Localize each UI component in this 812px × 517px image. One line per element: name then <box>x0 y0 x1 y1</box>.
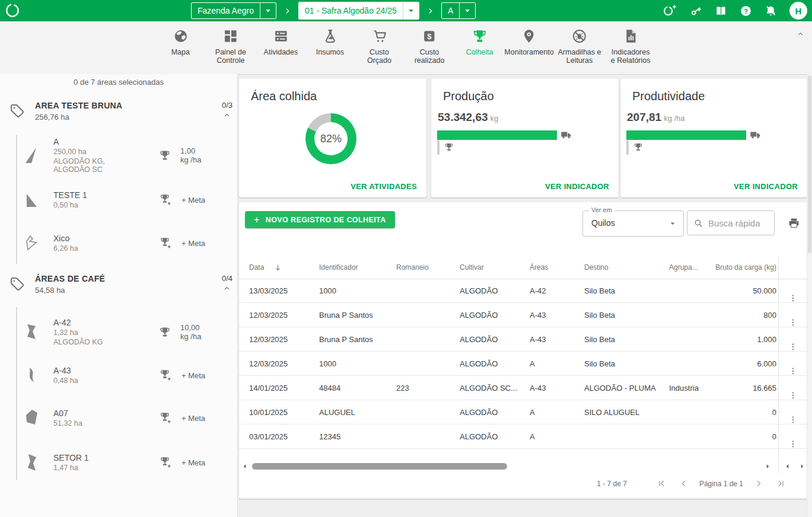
add-goal-link[interactable]: + Meta <box>181 414 205 423</box>
trophy-icon <box>472 28 488 44</box>
group-area: 54,58 ha <box>35 286 105 295</box>
previous-page-icon[interactable] <box>679 478 689 489</box>
goal-axis-tick <box>626 141 629 155</box>
first-page-icon[interactable] <box>657 478 667 489</box>
area-item-xico[interactable]: Xico 6,26 ha + Meta <box>24 230 231 256</box>
row-menu-kebab-icon[interactable] <box>778 432 807 456</box>
toolbar-item-custo-orcado[interactable]: Custo Orçado <box>358 28 400 65</box>
area-shape-icon <box>24 409 39 427</box>
aegro-app: Fazenda Aegro 01 - Safra Algodão 24/25 A <box>0 0 812 517</box>
trophy-icon <box>159 326 171 338</box>
table-row[interactable]: 10/01/2025ALUGUELALGODÃOASILO ALUGUEL0 <box>239 400 807 425</box>
add-goal-link[interactable]: + Meta <box>181 239 205 248</box>
area-item-a07[interactable]: A07 51,32 ha + Meta <box>24 405 231 431</box>
breadcrumb-plot-select[interactable]: A <box>441 2 476 19</box>
print-icon[interactable] <box>788 217 800 229</box>
sort-arrow-down-icon[interactable] <box>273 263 282 272</box>
notifications-off-icon[interactable] <box>765 5 777 17</box>
knowledge-book-icon[interactable] <box>715 5 727 17</box>
caret-down-icon[interactable] <box>403 2 419 19</box>
breadcrumb-farm-label: Fazenda Aegro <box>192 3 260 18</box>
goal-value[interactable]: 1,00 kg /ha <box>180 146 201 164</box>
column-header-destino[interactable]: Destino <box>584 263 666 272</box>
group-indent-line <box>16 307 17 480</box>
next-page-icon[interactable] <box>754 478 764 489</box>
area-size: 0,48 ha <box>53 376 78 385</box>
toolbar-item-atividades[interactable]: Atividades <box>260 28 301 56</box>
new-harvest-record-button[interactable]: + NOVO REGISTRO DE COLHEITA <box>245 211 395 228</box>
area-size: 1,47 ha <box>53 464 89 472</box>
add-goal-link[interactable]: + Meta <box>181 371 205 380</box>
plus-icon: + <box>254 215 260 225</box>
scroll-right-icon[interactable] <box>765 463 771 470</box>
breadcrumb-farm-select[interactable]: Fazenda Aegro <box>191 2 276 19</box>
area-item-a[interactable]: A 250,00 ha ALGODÃO KG, ALGODÃO SC 1,00 … <box>24 138 231 173</box>
ver-indicador-link[interactable]: VER INDICADOR <box>545 182 609 191</box>
toolbar-item-colheita[interactable]: Colheita <box>459 28 501 56</box>
caret-down-icon[interactable] <box>460 3 475 18</box>
area-shape-icon <box>24 234 39 253</box>
area-group-area-teste-bruna[interactable]: AREA TESTE BRUNA 256,76 ha 0/3 <box>9 101 233 122</box>
search-icon <box>693 218 703 228</box>
column-header-identificador[interactable]: Identificador <box>319 263 393 272</box>
area-item-a-42[interactable]: A-42 1,32 ha ALGODÃO KG 10,00 kg /ha <box>24 315 231 349</box>
column-header-cultivar[interactable]: Cultivar <box>460 263 526 272</box>
area-name: A <box>53 137 105 146</box>
toolbar-item-painel-de-controle[interactable]: Painel de Controle <box>209 28 252 65</box>
trophy-plus-icon <box>159 411 172 425</box>
help-icon[interactable] <box>740 5 752 17</box>
ver-indicador-link[interactable]: VER INDICADOR <box>734 182 798 191</box>
vertical-scrollbar-thumb[interactable] <box>808 75 811 253</box>
scroll-left-icon[interactable] <box>241 463 248 470</box>
user-avatar[interactable]: H <box>789 2 807 20</box>
last-page-icon[interactable] <box>776 478 786 489</box>
quick-search-input[interactable] <box>707 218 769 229</box>
table-row[interactable]: 03/01/202512345ALGODÃOA0 <box>239 425 807 449</box>
toolbar-item-custo-realizado[interactable]: Custo realizado <box>407 28 451 65</box>
table-row[interactable]: 12/03/20251000ALGODÃOASilo Beta6.000 <box>239 352 807 376</box>
caret-down-icon <box>668 219 677 228</box>
horizontal-scrollbar-thumb[interactable] <box>252 463 507 470</box>
view-in-select[interactable]: Ver em Quilos <box>582 210 684 237</box>
area-item-setor-1[interactable]: SETOR 1 1,47 ha + Meta <box>24 448 231 477</box>
area-group-areas-de-cafe[interactable]: ÁREAS DE CAFÉ 54,58 ha 0/4 <box>9 274 233 295</box>
column-header-data[interactable]: Data <box>249 263 316 272</box>
toolbar-item-insumos[interactable]: Insumos <box>309 28 351 56</box>
chevron-up-icon[interactable] <box>222 284 231 293</box>
group-indent-line <box>16 135 17 264</box>
column-header-areas[interactable]: Áreas <box>530 263 581 272</box>
table-row[interactable]: 13/03/20251000ALGODÃOA-42Silo Beta50.000 <box>239 279 807 303</box>
toolbar-item-armadilhas-e-leituras[interactable]: Armadilhas e Leituras <box>558 28 601 65</box>
table-row[interactable]: 12/03/2025Bruna P SantosALGODÃOA-43Silo … <box>239 303 807 327</box>
key-icon[interactable] <box>690 5 702 17</box>
page-vertical-scrollbar[interactable] <box>807 74 812 517</box>
area-item-a-43[interactable]: A-43 0,48 ha + Meta <box>24 362 231 388</box>
toolbar-item-mapa[interactable]: Mapa <box>160 28 201 56</box>
breadcrumb-season-select[interactable]: 01 - Safra Algodão 24/25 <box>298 2 419 20</box>
add-goal-link[interactable]: + Meta <box>181 196 205 205</box>
pinned-scroll-left-icon[interactable] <box>784 463 791 470</box>
area-item-teste-1[interactable]: TESTE 1 0,50 ha + Meta <box>24 187 231 213</box>
pagination-range: 1 - 7 de 7 <box>597 480 627 488</box>
caret-down-icon[interactable] <box>260 3 276 18</box>
toolbar-item-monitoramento[interactable]: Monitoramento <box>508 28 550 56</box>
pagination-bar: 1 - 7 de 7 Página 1 de 1 <box>597 478 792 489</box>
area-name: A-42 <box>53 318 103 327</box>
column-header-bruto-da-carga[interactable]: Bruto da carga (kg) <box>690 263 776 272</box>
add-goal-link[interactable]: + Meta <box>181 458 205 467</box>
column-header-romaneio[interactable]: Romaneio <box>396 263 456 272</box>
invite-user-icon[interactable] <box>663 4 677 18</box>
table-row[interactable]: 14/01/202548484223ALGODÃO SC...A-43ALGOD… <box>239 376 807 400</box>
toolbar-collapse-chevron-up-icon[interactable] <box>796 30 805 39</box>
pinned-scroll-right-icon[interactable] <box>799 463 805 470</box>
card-producao: Produção 53.342,63kg VER INDICADOR <box>431 79 619 197</box>
table-row[interactable]: 12/03/2025Bruna P SantosALGODÃOA-43Silo … <box>239 327 807 352</box>
donut-percent-label: 82% <box>320 133 342 145</box>
goal-value[interactable]: 10,00 kg /ha <box>180 323 201 341</box>
tag-icon <box>9 276 25 292</box>
toolbar-item-indicadores-e-relatorios[interactable]: Indicadores e Relatórios <box>609 28 652 65</box>
card-title: Produção <box>443 90 494 103</box>
chevron-up-icon[interactable] <box>222 111 231 120</box>
ver-atividades-link[interactable]: VER ATIVIDADES <box>351 182 417 191</box>
production-progress-bar <box>437 130 557 140</box>
